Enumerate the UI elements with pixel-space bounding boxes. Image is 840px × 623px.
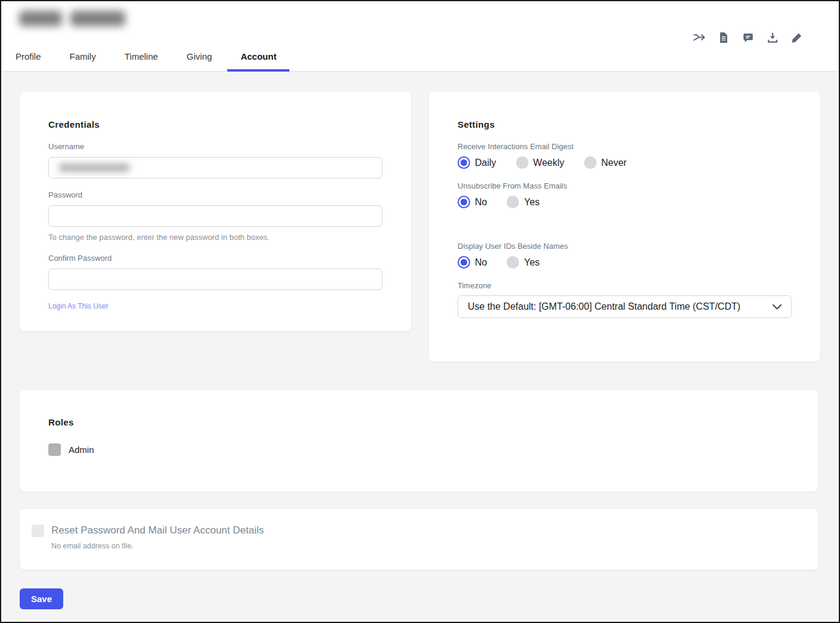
reset-password-body: Reset Password And Mail User Account Det… — [51, 525, 264, 550]
account-page: Profile Family Timeline Giving Account C… — [0, 0, 840, 623]
roles-card: Roles Admin — [20, 390, 818, 492]
login-as-user-link[interactable]: Login As This User — [48, 302, 109, 310]
document-icon[interactable] — [717, 31, 730, 44]
radio-label: Weekly — [533, 158, 564, 168]
radio-circle — [516, 156, 529, 169]
chevron-down-icon — [773, 304, 782, 310]
radio-label: Yes — [524, 257, 539, 268]
admin-checkbox[interactable] — [48, 443, 61, 456]
radio-label: Daily — [475, 158, 496, 168]
redacted-first-name — [19, 11, 62, 26]
radio-unsubscribe-yes[interactable]: Yes — [507, 196, 539, 208]
save-button[interactable]: Save — [20, 588, 63, 609]
timezone-label: Timezone — [458, 281, 792, 290]
person-merge-icon[interactable] — [693, 31, 706, 44]
radio-circle — [584, 156, 597, 169]
radio-unsubscribe-no[interactable]: No — [458, 196, 487, 208]
tab-account[interactable]: Account — [227, 45, 289, 72]
radio-circle-selected — [458, 196, 470, 208]
display-ids-label: Display User IDs Beside Names — [458, 242, 792, 251]
radio-circle-selected — [458, 256, 470, 269]
password-label: Password — [48, 190, 382, 199]
unsubscribe-radio-group: No Yes — [458, 196, 792, 208]
page-header: Profile Family Timeline Giving Account — [1, 1, 839, 72]
roles-heading: Roles — [48, 417, 789, 427]
settings-card: Settings Receive Interactions Email Dige… — [429, 92, 820, 362]
tab-profile[interactable]: Profile — [2, 45, 54, 72]
confirm-password-input[interactable] — [48, 269, 382, 290]
radio-circle — [507, 196, 519, 208]
confirm-password-label: Confirm Password — [48, 254, 382, 263]
tab-timeline[interactable]: Timeline — [112, 45, 171, 72]
radio-label: Yes — [524, 197, 539, 208]
display-ids-radio-group: No Yes — [458, 256, 792, 269]
username-label: Username — [48, 142, 382, 151]
username-input[interactable] — [48, 157, 382, 178]
download-icon[interactable] — [766, 31, 779, 44]
main-content: Credentials Username Password To change … — [1, 72, 839, 609]
password-input[interactable] — [48, 205, 382, 227]
radio-daily[interactable]: Daily — [458, 156, 496, 169]
tab-bar: Profile Family Timeline Giving Account — [1, 45, 292, 72]
credentials-heading: Credentials — [48, 119, 382, 129]
reset-password-row: Reset Password And Mail User Account Det… — [32, 525, 806, 550]
tab-family[interactable]: Family — [57, 45, 109, 72]
reset-password-label: Reset Password And Mail User Account Det… — [51, 525, 264, 536]
radio-display-ids-no[interactable]: No — [458, 256, 487, 269]
reset-password-checkbox[interactable] — [32, 525, 44, 537]
password-help-text: To change the password, enter the new pa… — [48, 233, 382, 242]
header-toolbar — [693, 31, 804, 44]
top-cards-row: Credentials Username Password To change … — [20, 92, 818, 362]
radio-label: No — [475, 257, 487, 268]
tab-giving[interactable]: Giving — [174, 45, 226, 72]
radio-never[interactable]: Never — [584, 156, 627, 169]
credentials-card: Credentials Username Password To change … — [20, 92, 411, 331]
radio-circle-selected — [458, 156, 470, 169]
redacted-last-name — [70, 11, 125, 26]
radio-circle — [507, 256, 519, 269]
radio-display-ids-yes[interactable]: Yes — [507, 256, 539, 269]
role-row-admin: Admin — [48, 443, 789, 456]
page-title-redacted — [19, 11, 125, 26]
reset-password-note: No email address on file. — [51, 542, 264, 550]
comment-icon[interactable] — [742, 31, 755, 44]
timezone-select[interactable]: Use the Default: [GMT-06:00] Central Sta… — [458, 295, 792, 318]
username-field-wrap — [48, 157, 382, 178]
reset-password-card: Reset Password And Mail User Account Det… — [20, 509, 818, 570]
radio-label: No — [475, 197, 487, 208]
settings-heading: Settings — [458, 119, 792, 129]
radio-weekly[interactable]: Weekly — [516, 156, 564, 169]
timezone-selected-value: Use the Default: [GMT-06:00] Central Sta… — [468, 301, 740, 312]
unsubscribe-label: Unsubscribe From Mass Emails — [458, 181, 792, 190]
edit-pencil-icon[interactable] — [790, 31, 804, 44]
email-digest-label: Receive Interactions Email Digest — [458, 142, 792, 151]
radio-label: Never — [601, 158, 627, 168]
email-digest-radio-group: Daily Weekly Never — [458, 156, 792, 169]
admin-checkbox-label: Admin — [69, 445, 94, 455]
